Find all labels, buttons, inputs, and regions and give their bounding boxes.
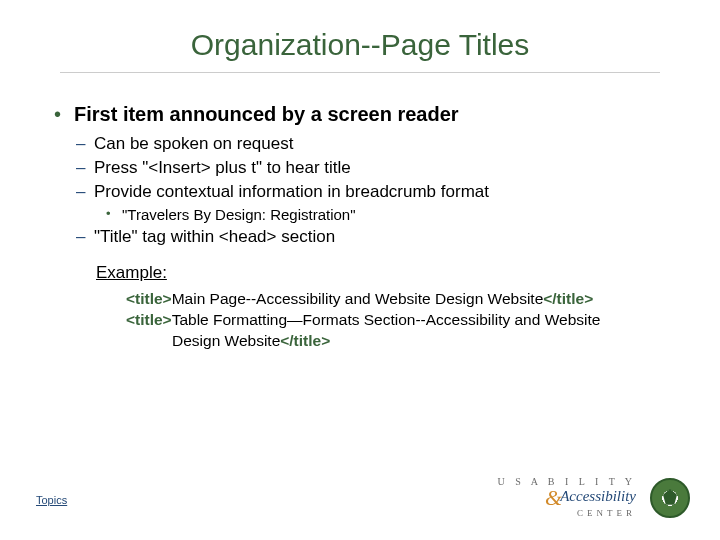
sub-breadcrumb-example: "Travelers By Design: Registration" [122, 206, 690, 223]
example-line-2b: Design Website [172, 332, 280, 349]
title-tag-open-2: <title> [126, 311, 172, 328]
sub-breadcrumb: Provide contextual information in breadc… [94, 182, 690, 223]
msu-seal-icon [650, 478, 690, 518]
logo-center-text: CENTER [497, 509, 636, 518]
title-tag-close-2: </title> [280, 332, 330, 349]
footer-logos: U S A B I L I T Y &Accessibility CENTER [497, 477, 690, 518]
sub-spoken: Can be spoken on request [94, 134, 690, 154]
topics-link[interactable]: Topics [36, 494, 67, 506]
title-tag-close: </title> [543, 290, 593, 307]
title-tag-open: <title> [126, 290, 172, 307]
bullet-main-text: First item announced by a screen reader [74, 103, 459, 125]
sub-breadcrumb-text: Provide contextual information in breadc… [94, 182, 489, 201]
example-label: Example: [96, 263, 690, 283]
logo-accessibility-text: Accessibility [560, 488, 636, 504]
example-line-2: <title>Table Formatting—Formats Section-… [126, 310, 690, 352]
example-code: <title>Main Page--Accessibility and Webs… [96, 289, 690, 352]
example-line-1-body: Main Page--Accessibility and Website Des… [172, 290, 544, 307]
example-line-2a: Table Formatting—Formats Section--Access… [172, 311, 601, 328]
slide-title: Organization--Page Titles [0, 0, 720, 62]
logo-usability-text: U S A B I L I T Y [497, 477, 636, 487]
sub-press-insert: Press "<Insert> plus t" to hear title [94, 158, 690, 178]
bullet-main: First item announced by a screen reader … [74, 103, 690, 247]
sub-title-tag: "Title" tag within <head> section [94, 227, 690, 247]
content-area: First item announced by a screen reader … [0, 73, 720, 352]
usability-accessibility-logo: U S A B I L I T Y &Accessibility CENTER [497, 477, 636, 518]
example-block: Example: <title>Main Page--Accessibility… [30, 263, 690, 352]
example-line-1: <title>Main Page--Accessibility and Webs… [126, 289, 690, 310]
